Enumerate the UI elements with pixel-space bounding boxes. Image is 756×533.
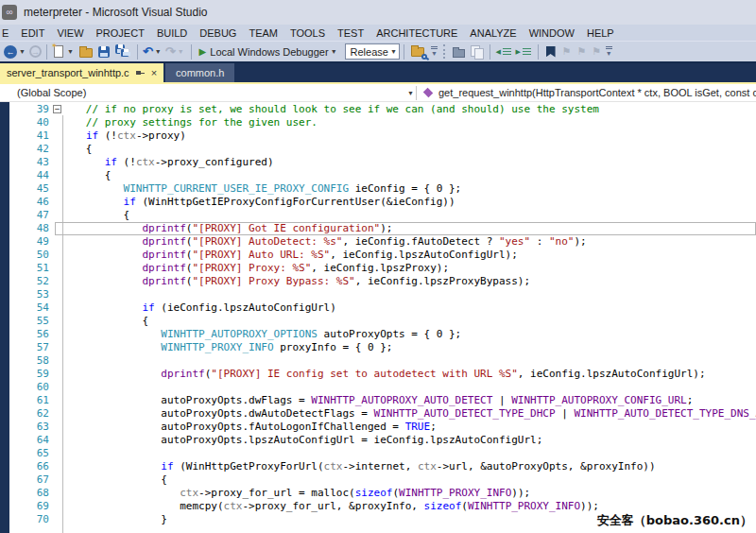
outline-margin[interactable] bbox=[49, 129, 67, 143]
line-number[interactable]: 53 bbox=[9, 288, 49, 301]
line-number[interactable]: 69 bbox=[9, 500, 49, 513]
code-line-66[interactable]: 66 if (WinHttpGetProxyForUrl(ctx->intern… bbox=[0, 460, 756, 473]
outline-margin[interactable] bbox=[49, 301, 67, 315]
close-icon[interactable]: × bbox=[151, 68, 157, 77]
code-line-63[interactable]: 63 autoProxyOpts.fAutoLogonIfChallenged … bbox=[0, 421, 756, 434]
code-line-47[interactable]: 47 { bbox=[0, 209, 756, 222]
outline-margin[interactable] bbox=[49, 421, 67, 434]
toolbar-overflow-button[interactable]: ▼ bbox=[430, 46, 439, 57]
new-item-button[interactable]: ▼ bbox=[51, 43, 77, 61]
line-number[interactable]: 64 bbox=[9, 434, 49, 447]
save-button[interactable] bbox=[95, 43, 112, 61]
outline-margin[interactable] bbox=[49, 288, 67, 301]
code-line-68[interactable]: 68 ctx->proxy_for_url = malloc(sizeof(WI… bbox=[0, 487, 756, 500]
line-number[interactable]: 54 bbox=[9, 301, 49, 315]
toggle-bookmark-button[interactable] bbox=[542, 43, 559, 61]
increase-indent-button[interactable]: ▶ bbox=[514, 43, 534, 61]
code-line-41[interactable]: 41 if (!ctx->proxy) bbox=[0, 129, 756, 143]
code-line-55[interactable]: 55 { bbox=[0, 315, 756, 328]
pin-icon[interactable] bbox=[135, 68, 146, 77]
find-in-files-button[interactable] bbox=[408, 43, 430, 61]
code-line-56[interactable]: 56 WINHTTP_AUTOPROXY_OPTIONS autoProxyOp… bbox=[0, 328, 756, 341]
code-line-53[interactable]: 53 bbox=[0, 288, 756, 301]
navigate-backward-button[interactable]: ←▼ bbox=[3, 43, 28, 61]
outline-margin[interactable] bbox=[49, 368, 67, 381]
code-line-61[interactable]: 61 autoProxyOpts.dwFlags = WINHTTP_AUTOP… bbox=[0, 394, 756, 407]
line-number[interactable]: 44 bbox=[9, 169, 49, 182]
collapse-region-icon[interactable]: − bbox=[53, 105, 61, 113]
line-number[interactable]: 67 bbox=[9, 473, 49, 487]
code-line-40[interactable]: 40 // proxy settings for the given user. bbox=[0, 116, 756, 129]
code-line-48[interactable]: 48 dprintf("[PROXY] Got IE configuration… bbox=[0, 222, 756, 235]
code-line-50[interactable]: 50 dprintf("[PROXY] Auto URL: %S", ieCon… bbox=[0, 249, 756, 262]
outline-margin[interactable] bbox=[49, 315, 67, 328]
line-number[interactable]: 60 bbox=[9, 381, 49, 394]
line-number[interactable]: 42 bbox=[9, 143, 49, 156]
outline-margin[interactable] bbox=[49, 354, 67, 368]
redo-button[interactable]: ↷▼ bbox=[164, 43, 187, 61]
outline-margin[interactable] bbox=[49, 196, 67, 209]
toolbar-grip[interactable] bbox=[443, 44, 446, 59]
navigate-to-button[interactable] bbox=[450, 43, 468, 61]
code-line-51[interactable]: 51 dprintf("[PROXY] Proxy: %S", ieConfig… bbox=[0, 262, 756, 275]
outline-margin[interactable] bbox=[49, 394, 67, 407]
code-line-43[interactable]: 43 if (!ctx->proxy_configured) bbox=[0, 156, 756, 169]
code-line-65[interactable]: 65 bbox=[0, 447, 756, 460]
outline-margin[interactable] bbox=[49, 341, 67, 354]
line-number[interactable]: 51 bbox=[9, 262, 49, 275]
decrease-indent-button[interactable]: ◀ bbox=[494, 43, 514, 61]
code-line-52[interactable]: 52 dprintf("[PROXY] Proxy Bypass: %S", i… bbox=[0, 275, 756, 288]
open-file-button[interactable] bbox=[77, 43, 95, 61]
copy-button-disabled[interactable] bbox=[468, 43, 486, 61]
line-number[interactable]: 56 bbox=[9, 328, 49, 341]
outline-margin[interactable] bbox=[49, 156, 67, 169]
line-number[interactable]: 70 bbox=[9, 513, 49, 526]
code-line-46[interactable]: 46 if (WinHttpGetIEProxyConfigForCurrent… bbox=[0, 196, 756, 209]
start-debug-button[interactable]: ▶ Local Windows Debugger ▼ bbox=[196, 43, 340, 61]
save-all-button[interactable] bbox=[112, 43, 133, 61]
outline-margin[interactable] bbox=[49, 460, 67, 473]
member-dropdown[interactable]: get_request_winhttp(HttpTransportContext… bbox=[417, 84, 756, 101]
outline-margin[interactable] bbox=[49, 262, 67, 275]
line-number[interactable]: 57 bbox=[9, 341, 49, 354]
outline-margin[interactable]: − bbox=[49, 103, 67, 116]
line-number[interactable]: 58 bbox=[9, 354, 49, 368]
code-line-54[interactable]: 54 if (ieConfig.lpszAutoConfigUrl) bbox=[0, 301, 756, 315]
line-number[interactable]: 43 bbox=[9, 156, 49, 169]
code-line-49[interactable]: 49 dprintf("[PROXY] AutoDetect: %s", ieC… bbox=[0, 235, 756, 249]
outline-margin[interactable] bbox=[49, 381, 67, 394]
code-lines[interactable]: 39− // if no proxy is set, we should loo… bbox=[0, 103, 756, 526]
line-number[interactable]: 52 bbox=[9, 275, 49, 288]
menu-architecture[interactable]: ARCHITECTURE bbox=[376, 27, 457, 39]
line-number[interactable]: 41 bbox=[9, 129, 49, 143]
outline-margin[interactable] bbox=[49, 169, 67, 182]
line-number[interactable]: 63 bbox=[9, 421, 49, 434]
menu-project[interactable]: PROJECT bbox=[96, 27, 145, 39]
outline-margin[interactable] bbox=[49, 513, 67, 526]
menu-tools[interactable]: TOOLS bbox=[290, 27, 325, 39]
line-number[interactable]: 66 bbox=[9, 460, 49, 473]
code-line-60[interactable]: 60 bbox=[0, 381, 756, 394]
menu-analyze[interactable]: ANALYZE bbox=[470, 27, 516, 39]
line-number[interactable]: 48 bbox=[9, 222, 49, 235]
code-editor[interactable]: 39− // if no proxy is set, we should loo… bbox=[0, 102, 756, 533]
solution-configuration-select[interactable]: Release ▼ bbox=[345, 43, 400, 60]
line-number[interactable]: 47 bbox=[9, 209, 49, 222]
outline-margin[interactable] bbox=[49, 116, 67, 129]
undo-button[interactable]: ↶▼ bbox=[142, 43, 164, 61]
menu-debug[interactable]: DEBUG bbox=[199, 27, 236, 39]
menu-test[interactable]: TEST bbox=[337, 27, 364, 39]
line-number[interactable]: 68 bbox=[9, 487, 49, 500]
outline-margin[interactable] bbox=[49, 407, 67, 421]
tab-server-transport-winhttp[interactable]: server_transport_winhttp.c × bbox=[0, 63, 163, 82]
code-line-58[interactable]: 58 bbox=[0, 354, 756, 368]
line-number[interactable]: 49 bbox=[9, 235, 49, 249]
clear-bookmarks-button[interactable]: ⚑ bbox=[589, 43, 604, 61]
code-line-42[interactable]: 42 { bbox=[0, 143, 756, 156]
line-number[interactable]: 59 bbox=[9, 368, 49, 381]
line-number[interactable]: 65 bbox=[9, 447, 49, 460]
menu-window[interactable]: WINDOW bbox=[529, 27, 575, 39]
code-line-44[interactable]: 44 { bbox=[0, 169, 756, 182]
line-number[interactable]: 62 bbox=[9, 407, 49, 421]
tab-common-h[interactable]: common.h bbox=[165, 63, 234, 82]
